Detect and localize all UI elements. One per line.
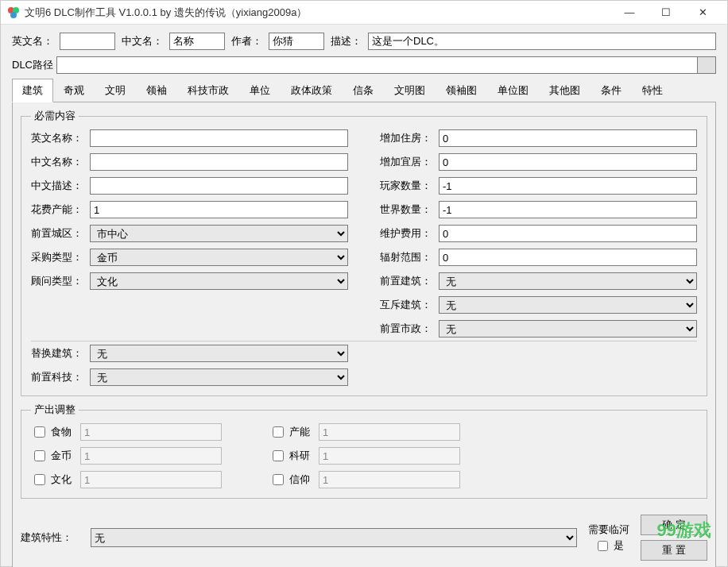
tab-belief[interactable]: 信条 — [343, 79, 384, 102]
housing-label: 增加住房： — [380, 131, 439, 145]
faith-label: 信仰 — [289, 472, 310, 487]
author-label: 作者： — [231, 34, 262, 48]
cn-name-label: 中文名： — [122, 34, 163, 48]
trait-select[interactable]: 无 — [91, 528, 577, 547]
river-label: 需要临河 — [588, 523, 629, 537]
header-inputs: 英文名： 中文名： 作者： 描述： — [12, 33, 716, 50]
cult-label: 文化 — [51, 472, 72, 487]
req-district-label: 前置城区： — [31, 226, 90, 241]
minimize-button[interactable]: — — [611, 1, 648, 25]
req-enname-input[interactable] — [90, 129, 348, 147]
range-input[interactable] — [439, 249, 697, 266]
cult-input[interactable] — [80, 471, 222, 488]
maint-label: 维护费用： — [380, 226, 439, 241]
prod-checkbox[interactable] — [273, 426, 284, 438]
prod-input[interactable] — [319, 423, 460, 441]
app-icon — [7, 6, 20, 19]
path-label: DLC路径 — [12, 58, 53, 72]
req-cost-input[interactable] — [90, 201, 348, 218]
author-input[interactable] — [269, 33, 324, 50]
required-group: 必需内容 英文名称： 中文名称： 中文描述： 花费产能： 前置城区：市中心 采购… — [21, 109, 707, 396]
desc-input[interactable] — [368, 33, 716, 50]
tab-civimg[interactable]: 文明图 — [384, 79, 436, 102]
mutex-select[interactable]: 无 — [439, 296, 697, 314]
titlebar: 文明6 DLC制作工具 V1.0.0.1 by 遗失的传说（yixiang200… — [1, 1, 727, 25]
amenity-input[interactable] — [439, 153, 697, 171]
req-purchase-label: 采购类型： — [31, 250, 90, 264]
amenity-label: 增加宜居： — [380, 155, 439, 169]
food-input[interactable] — [80, 423, 222, 441]
tab-wonder[interactable]: 奇观 — [53, 79, 95, 102]
prereq-select[interactable]: 无 — [439, 272, 697, 290]
tab-tech[interactable]: 科技市政 — [177, 79, 239, 102]
maximize-button[interactable]: ☐ — [648, 1, 684, 25]
replace-select[interactable]: 无 — [90, 345, 348, 362]
req-cndesc-input[interactable] — [90, 177, 348, 195]
reset-button[interactable]: 重 置 — [641, 540, 707, 561]
replace-label: 替换建筑： — [31, 346, 90, 361]
en-name-input[interactable] — [60, 33, 115, 50]
tab-trait[interactable]: 特性 — [632, 79, 673, 102]
cn-name-input[interactable] — [169, 33, 225, 50]
tab-condition[interactable]: 条件 — [591, 79, 632, 102]
range-label: 辐射范围： — [380, 250, 439, 264]
ok-button[interactable]: 确 定 — [641, 515, 707, 535]
gold-checkbox[interactable] — [34, 450, 45, 461]
civic-select[interactable]: 无 — [439, 320, 697, 338]
yields-group: 产出调整 食物 产能 金币 科研 文化 信仰 — [21, 403, 707, 499]
pretech-select[interactable]: 无 — [90, 368, 348, 386]
path-input[interactable] — [56, 56, 698, 74]
prereq-label: 前置建筑： — [380, 274, 439, 288]
tab-bar: 建筑 奇观 文明 领袖 科技市政 单位 政体政策 信条 文明图 领袖图 单位图 … — [12, 79, 716, 102]
pretech-label: 前置科技： — [31, 370, 90, 384]
tab-civ[interactable]: 文明 — [95, 79, 136, 102]
trait-label: 建筑特性： — [21, 530, 79, 545]
sci-input[interactable] — [319, 447, 460, 465]
app-window: 文明6 DLC制作工具 V1.0.0.1 by 遗失的传说（yixiang200… — [0, 0, 728, 567]
req-cnname-input[interactable] — [90, 153, 348, 171]
tab-leader[interactable]: 领袖 — [136, 79, 177, 102]
trait-row: 建筑特性： 无 需要临河 是 确 定 重 置 — [21, 515, 707, 561]
faith-checkbox[interactable] — [273, 474, 284, 485]
req-cndesc-label: 中文描述： — [31, 179, 90, 193]
mutex-label: 互斥建筑： — [380, 298, 439, 312]
required-legend: 必需内容 — [31, 109, 79, 123]
svg-point-2 — [10, 12, 17, 18]
tab-content: 必需内容 英文名称： 中文名称： 中文描述： 花费产能： 前置城区：市中心 采购… — [12, 102, 716, 567]
gold-input[interactable] — [80, 447, 222, 465]
player-input[interactable] — [439, 177, 697, 195]
river-checkbox[interactable] — [598, 541, 608, 551]
yields-legend: 产出调整 — [31, 403, 79, 417]
housing-input[interactable] — [439, 129, 697, 147]
req-cost-label: 花费产能： — [31, 202, 90, 217]
path-row: DLC路径 — [12, 56, 716, 74]
req-district-select[interactable]: 市中心 — [90, 225, 348, 242]
tab-policy[interactable]: 政体政策 — [281, 79, 343, 102]
tab-unit[interactable]: 单位 — [239, 79, 281, 102]
req-enname-label: 英文名称： — [31, 131, 90, 145]
window-title: 文明6 DLC制作工具 V1.0.0.1 by 遗失的传说（yixiang200… — [25, 6, 611, 20]
req-cnname-label: 中文名称： — [31, 155, 90, 169]
faith-input[interactable] — [319, 471, 460, 488]
req-purchase-select[interactable]: 金币 — [90, 249, 348, 266]
food-checkbox[interactable] — [34, 426, 45, 438]
tab-building[interactable]: 建筑 — [12, 79, 53, 102]
civic-label: 前置市政： — [380, 322, 439, 336]
maint-input[interactable] — [439, 225, 697, 242]
cult-checkbox[interactable] — [34, 474, 45, 485]
tab-otherimg[interactable]: 其他图 — [539, 79, 591, 102]
en-name-label: 英文名： — [12, 34, 53, 48]
req-advisor-label: 顾问类型： — [31, 274, 90, 288]
path-browse-button[interactable] — [697, 56, 716, 74]
desc-label: 描述： — [331, 34, 362, 48]
sci-label: 科研 — [289, 449, 310, 463]
food-label: 食物 — [51, 425, 72, 439]
req-advisor-select[interactable]: 文化 — [90, 272, 348, 290]
world-label: 世界数量： — [380, 202, 439, 217]
tab-unitimg[interactable]: 单位图 — [487, 79, 539, 102]
world-input[interactable] — [439, 201, 697, 218]
gold-label: 金币 — [51, 449, 72, 463]
sci-checkbox[interactable] — [273, 450, 284, 461]
close-button[interactable]: ✕ — [684, 1, 721, 25]
tab-leaderimg[interactable]: 领袖图 — [436, 79, 487, 102]
